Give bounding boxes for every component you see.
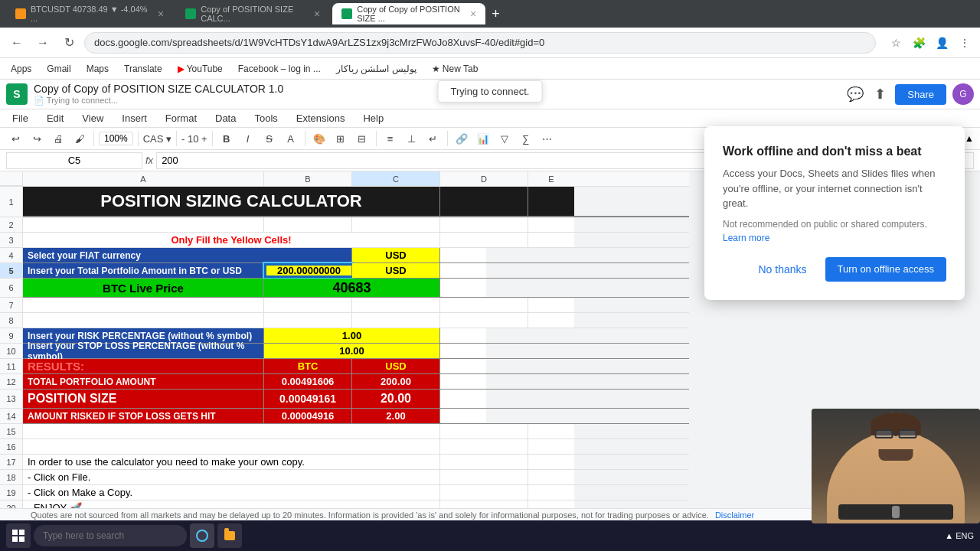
cell-2e[interactable] [528, 217, 574, 232]
cell-portfolio-label[interactable]: Insert your Total Portfolio Amount in BT… [23, 263, 264, 278]
cell-btc-price-label[interactable]: BTC Live Price [23, 279, 264, 297]
menu-tools[interactable]: Tools [251, 111, 280, 126]
zoom-level[interactable]: 100% [99, 132, 133, 145]
cell-7a[interactable] [23, 298, 264, 312]
cell-16d[interactable] [440, 439, 528, 454]
expand-button[interactable]: ⋯ [538, 129, 557, 148]
cell-7b[interactable] [264, 298, 352, 312]
taskbar-start[interactable] [6, 523, 31, 548]
bookmark-maps[interactable]: Maps [82, 62, 113, 76]
cell-10e[interactable] [440, 344, 486, 358]
menu-file[interactable]: File [9, 111, 31, 126]
cell-2d[interactable] [440, 217, 528, 232]
fontsize-button[interactable]: - 10 + [181, 129, 207, 148]
bookmark-icon[interactable]: ☆ [887, 34, 905, 52]
cell-8e[interactable] [528, 313, 574, 328]
profile-icon[interactable]: 👤 [933, 34, 951, 52]
cell-total-btc[interactable]: 0.00491606 [264, 374, 352, 389]
cell-position-usd[interactable]: 20.00 [352, 390, 440, 408]
cell-fiat-label[interactable]: Select your FIAT currency [23, 248, 352, 262]
cell-7c[interactable] [352, 298, 440, 312]
cell-instruction-1[interactable]: In order to use the calculator you need … [23, 455, 440, 469]
bookmark-facebook[interactable]: Facebook – log in ... [234, 62, 325, 76]
cell-3d[interactable] [440, 233, 528, 247]
cell-1d[interactable] [440, 187, 528, 216]
cell-total-usd[interactable]: 200.00 [352, 374, 440, 389]
wrap-button[interactable]: ↵ [424, 129, 443, 148]
cell-results-usd-header[interactable]: USD [352, 359, 440, 373]
cell-position-btc[interactable]: 0.00049161 [264, 390, 352, 408]
tab-btc-close[interactable]: × [158, 8, 164, 20]
bookmark-newtab[interactable]: ★ New Tab [427, 62, 483, 76]
italic-button[interactable]: I [239, 129, 257, 148]
cell-15a[interactable] [23, 424, 440, 439]
cell-19d[interactable] [440, 485, 528, 500]
cell-5e[interactable] [440, 263, 486, 278]
no-thanks-button[interactable]: No thanks [749, 257, 815, 282]
cell-8a[interactable] [23, 313, 264, 328]
back-button[interactable]: ← [6, 32, 28, 54]
cell-amount-risked-label[interactable]: AMOUNT RISKED IF STOP LOSS GETS HIT [23, 409, 264, 423]
move-icon[interactable]: ⬆ [871, 85, 889, 103]
cell-2a[interactable] [23, 217, 264, 232]
cell-2c[interactable] [352, 217, 440, 232]
cell-title[interactable]: POSITION SIZING CALCULATOR [23, 187, 440, 216]
cell-subtitle[interactable]: Only Fill the Yellow Cells! [23, 233, 440, 247]
taskbar-search[interactable] [34, 525, 187, 546]
cell-12e[interactable] [440, 374, 486, 389]
cell-stoploss-label[interactable]: Insert your STOP LOSS PERCENTAGE (withou… [23, 344, 264, 358]
paintformat-button[interactable]: 🖌 [70, 129, 89, 148]
menu-extensions[interactable]: Extensions [293, 111, 348, 126]
learn-more-link[interactable]: Learn more [723, 233, 769, 243]
filter-button[interactable]: ▽ [495, 129, 514, 148]
grid-scroll[interactable]: A B C D E 1 2 3 4 5 6 7 8 9 10 11 12 13 [0, 171, 689, 508]
share-button[interactable]: Share [895, 84, 946, 105]
bookmark-apps[interactable]: Apps [6, 62, 36, 76]
cell-results-label[interactable]: RESULTS: [23, 359, 264, 373]
valign-button[interactable]: ⊥ [403, 129, 421, 148]
cell-7d[interactable] [440, 298, 528, 312]
bookmark-police[interactable]: پولیس اسلشن ریاکار [332, 62, 421, 76]
tab-sheets3-close[interactable]: × [470, 8, 476, 20]
redo-button[interactable]: ↪ [28, 129, 46, 148]
bold-button[interactable]: B [217, 129, 236, 148]
col-header-e[interactable]: E [528, 171, 574, 186]
link-button[interactable]: 🔗 [452, 129, 471, 148]
collapse-toolbar[interactable]: ▲ [965, 133, 974, 144]
menu-help[interactable]: Help [360, 111, 387, 126]
tab-btc[interactable]: BTCUSDT 40738.49 ▼ -4.04% ... × [6, 3, 173, 24]
refresh-button[interactable]: ↻ [58, 32, 80, 54]
cell-18e[interactable] [528, 470, 574, 484]
cell-portfolio-currency[interactable]: USD [352, 263, 440, 278]
cell-stoploss-value[interactable]: 10.00 [264, 344, 440, 358]
cell-18d[interactable] [440, 470, 528, 484]
cell-8c[interactable] [352, 313, 440, 328]
cell-6e[interactable] [440, 279, 486, 297]
tab-sheets2-close[interactable]: × [314, 8, 320, 20]
cell-7e[interactable] [528, 298, 574, 312]
function-button[interactable]: ∑ [517, 129, 535, 148]
cell-20d[interactable] [440, 500, 528, 508]
cell-15e[interactable] [528, 424, 574, 439]
menu-insert[interactable]: Insert [119, 111, 150, 126]
cell-8d[interactable] [440, 313, 528, 328]
strikethrough-button[interactable]: S [260, 129, 279, 148]
menu-edit[interactable]: Edit [44, 111, 67, 126]
cell-20e[interactable] [528, 500, 574, 508]
menu-view[interactable]: View [79, 111, 106, 126]
taskbar-explorer[interactable] [217, 523, 242, 548]
cell-risked-btc[interactable]: 0.00004916 [264, 409, 352, 423]
cell-instruction-2[interactable]: - Click on File. [23, 470, 440, 484]
cell-19e[interactable] [528, 485, 574, 500]
cell-fiat-usd[interactable]: USD [352, 248, 440, 262]
address-bar[interactable] [84, 32, 876, 54]
cell-13e[interactable] [440, 390, 486, 408]
cell-btc-price-value[interactable]: 40683 [264, 279, 440, 297]
turn-on-offline-button[interactable]: Turn on offline access [825, 257, 946, 282]
chart-button[interactable]: 📊 [474, 129, 492, 148]
cell-1e[interactable] [528, 187, 574, 216]
cell-position-size-label[interactable]: POSITION SIZE [23, 390, 264, 408]
cell-8b[interactable] [264, 313, 352, 328]
cell-14e[interactable] [440, 409, 486, 423]
cell-instruction-4[interactable]: - ENJOY 🚀 [23, 500, 440, 508]
